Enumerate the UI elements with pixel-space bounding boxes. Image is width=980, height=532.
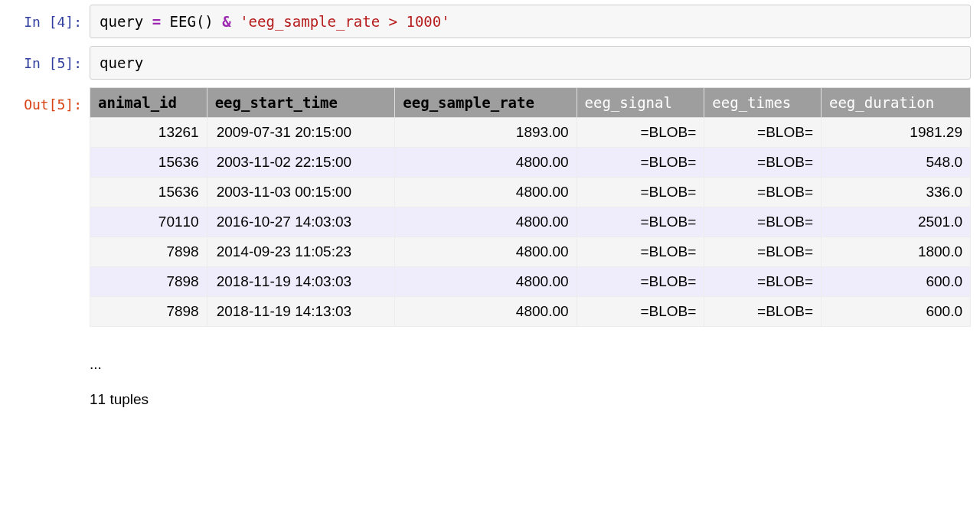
notebook-cell-5-output: Out[5]: animal_ideeg_start_timeeeg_sampl… <box>9 87 971 408</box>
table-cell: =BLOB= <box>704 207 822 237</box>
table-cell: =BLOB= <box>577 118 704 148</box>
code-input[interactable]: query <box>90 46 971 80</box>
column-header: eeg_times <box>704 88 822 118</box>
table-cell: 548.0 <box>821 148 970 178</box>
table-body: 132612009-07-31 20:15:001893.00=BLOB==BL… <box>90 118 971 327</box>
table-cell: 4800.00 <box>395 207 577 237</box>
table-cell: =BLOB= <box>577 148 704 178</box>
output-prompt: Out[5]: <box>9 87 90 113</box>
table-cell: 4800.00 <box>395 297 577 327</box>
table-row: 78982014-09-23 11:05:234800.00=BLOB==BLO… <box>90 237 971 267</box>
table-row: 132612009-07-31 20:15:001893.00=BLOB==BL… <box>90 118 971 148</box>
table-cell: 2003-11-03 00:15:00 <box>207 178 395 207</box>
table-cell: 4800.00 <box>395 237 577 267</box>
table-cell: 600.0 <box>821 297 970 327</box>
table-cell: 2014-09-23 11:05:23 <box>207 237 395 267</box>
table-cell: =BLOB= <box>704 297 822 327</box>
table-cell: 336.0 <box>821 178 970 207</box>
table-row: 156362003-11-03 00:15:004800.00=BLOB==BL… <box>90 178 971 207</box>
table-cell: 2501.0 <box>821 207 970 237</box>
table-cell: 4800.00 <box>395 267 577 297</box>
table-cell: =BLOB= <box>577 237 704 267</box>
table-cell: 2018-11-19 14:03:03 <box>207 267 395 297</box>
table-cell: 7898 <box>90 267 207 297</box>
table-cell: =BLOB= <box>577 207 704 237</box>
table-row: 156362003-11-02 22:15:004800.00=BLOB==BL… <box>90 148 971 178</box>
table-cell: =BLOB= <box>704 267 822 297</box>
table-cell: 2016-10-27 14:03:03 <box>207 207 395 237</box>
table-cell: =BLOB= <box>577 178 704 207</box>
table-cell: 7898 <box>90 237 207 267</box>
table-cell: 4800.00 <box>395 148 577 178</box>
table-cell: 15636 <box>90 148 207 178</box>
table-cell: 7898 <box>90 297 207 327</box>
table-cell: 13261 <box>90 118 207 148</box>
column-header: eeg_signal <box>577 88 704 118</box>
code-token: () <box>196 13 214 30</box>
table-cell: 1893.00 <box>395 118 577 148</box>
result-table: animal_ideeg_start_timeeeg_sample_rateee… <box>90 87 971 327</box>
table-row: 78982018-11-19 14:13:034800.00=BLOB==BLO… <box>90 297 971 327</box>
table-cell: =BLOB= <box>704 118 822 148</box>
code-token <box>231 13 240 30</box>
table-row: 701102016-10-27 14:03:034800.00=BLOB==BL… <box>90 207 971 237</box>
table-row: 78982018-11-19 14:03:034800.00=BLOB==BLO… <box>90 267 971 297</box>
table-cell: 2018-11-19 14:13:03 <box>207 297 395 327</box>
input-prompt: In [4]: <box>9 5 90 30</box>
ellipsis: ... <box>90 356 971 373</box>
table-header: animal_ideeg_start_timeeeg_sample_rateee… <box>90 88 971 118</box>
code-token: EEG <box>161 13 196 30</box>
column-header: eeg_duration <box>821 88 970 118</box>
table-cell: =BLOB= <box>704 148 822 178</box>
input-prompt: In [5]: <box>9 46 90 71</box>
code-token-operator: = <box>152 13 161 30</box>
table-cell: 1981.29 <box>821 118 970 148</box>
table-cell: =BLOB= <box>704 237 822 267</box>
table-cell: 600.0 <box>821 267 970 297</box>
code-token-string: 'eeg_sample_rate > 1000' <box>240 13 450 30</box>
table-cell: =BLOB= <box>577 267 704 297</box>
table-cell: 70110 <box>90 207 207 237</box>
column-header: eeg_sample_rate <box>395 88 577 118</box>
table-cell: =BLOB= <box>577 297 704 327</box>
code-token: query <box>100 54 143 71</box>
column-header: animal_id <box>90 88 207 118</box>
table-cell: 15636 <box>90 178 207 207</box>
code-input[interactable]: query = EEG() & 'eeg_sample_rate > 1000' <box>90 5 971 38</box>
table-cell: 4800.00 <box>395 178 577 207</box>
tuple-count: 11 tuples <box>90 391 971 408</box>
code-token: query <box>100 13 143 30</box>
code-token <box>214 13 222 30</box>
table-cell: =BLOB= <box>704 178 822 207</box>
code-token-operator: & <box>222 13 230 30</box>
code-token <box>143 13 152 30</box>
table-cell: 2009-07-31 20:15:00 <box>207 118 395 148</box>
column-header: eeg_start_time <box>207 88 395 118</box>
notebook-cell-4: In [4]: query = EEG() & 'eeg_sample_rate… <box>9 5 971 38</box>
table-cell: 1800.0 <box>821 237 970 267</box>
notebook-cell-5-input: In [5]: query <box>9 46 971 80</box>
table-cell: 2003-11-02 22:15:00 <box>207 148 395 178</box>
